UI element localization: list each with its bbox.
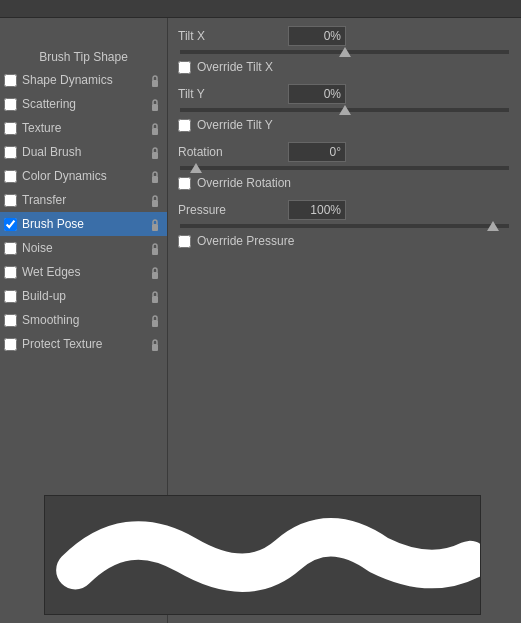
slider-thumb-rotation[interactable] bbox=[190, 163, 202, 173]
slider-track-pressure[interactable] bbox=[180, 224, 509, 228]
sidebar-item-brush-pose[interactable]: Brush Pose bbox=[0, 212, 167, 236]
param-value-pressure[interactable] bbox=[288, 200, 346, 220]
lock-icon-protect-texture[interactable] bbox=[149, 337, 161, 351]
sidebar-label-dual-brush: Dual Brush bbox=[22, 145, 149, 159]
slider-row-rotation bbox=[178, 166, 511, 170]
override-checkbox-tilt-x[interactable] bbox=[178, 61, 191, 74]
slider-track-tilt-x[interactable] bbox=[180, 50, 509, 54]
lock-icon-smoothing[interactable] bbox=[149, 313, 161, 327]
checkbox-wet-edges[interactable] bbox=[4, 266, 17, 279]
override-label-rotation: Override Rotation bbox=[197, 176, 291, 190]
sidebar-label-protect-texture: Protect Texture bbox=[22, 337, 149, 351]
svg-rect-7 bbox=[152, 248, 158, 255]
param-label-tilt-y: Tilt Y bbox=[178, 87, 288, 101]
override-row-tilt-x: Override Tilt X bbox=[178, 60, 511, 74]
sidebar-item-transfer[interactable]: Transfer bbox=[0, 188, 167, 212]
lock-icon-color-dynamics[interactable] bbox=[149, 169, 161, 183]
param-row-tilt-y: Tilt Y bbox=[178, 84, 511, 104]
sidebar-label-texture: Texture bbox=[22, 121, 149, 135]
sidebar-list: Shape Dynamics Scattering Texture Dual B… bbox=[0, 68, 167, 356]
sidebar-item-scattering[interactable]: Scattering bbox=[0, 92, 167, 116]
checkbox-brush-pose[interactable] bbox=[4, 218, 17, 231]
lock-icon-dual-brush[interactable] bbox=[149, 145, 161, 159]
sidebar-label-noise: Noise bbox=[22, 241, 149, 255]
lock-icon-noise[interactable] bbox=[149, 241, 161, 255]
sidebar-item-noise[interactable]: Noise bbox=[0, 236, 167, 260]
svg-rect-11 bbox=[152, 344, 158, 351]
slider-row-pressure bbox=[178, 224, 511, 228]
svg-rect-0 bbox=[152, 80, 158, 87]
param-row-pressure: Pressure bbox=[178, 200, 511, 220]
param-value-tilt-y[interactable] bbox=[288, 84, 346, 104]
checkbox-scattering[interactable] bbox=[4, 98, 17, 111]
top-bar bbox=[0, 0, 521, 18]
lock-icon-build-up[interactable] bbox=[149, 289, 161, 303]
checkbox-noise[interactable] bbox=[4, 242, 17, 255]
checkbox-texture[interactable] bbox=[4, 122, 17, 135]
override-checkbox-rotation[interactable] bbox=[178, 177, 191, 190]
sidebar-item-wet-edges[interactable]: Wet Edges bbox=[0, 260, 167, 284]
sidebar-item-texture[interactable]: Texture bbox=[0, 116, 167, 140]
brush-preview bbox=[44, 495, 481, 615]
slider-thumb-pressure[interactable] bbox=[487, 221, 499, 231]
slider-track-tilt-y[interactable] bbox=[180, 108, 509, 112]
sidebar-label-smoothing: Smoothing bbox=[22, 313, 149, 327]
sidebar-label-shape-dynamics: Shape Dynamics bbox=[22, 73, 149, 87]
lock-icon-brush-pose[interactable] bbox=[149, 217, 161, 231]
override-label-pressure: Override Pressure bbox=[197, 234, 294, 248]
override-label-tilt-x: Override Tilt X bbox=[197, 60, 273, 74]
svg-rect-3 bbox=[152, 152, 158, 159]
svg-rect-6 bbox=[152, 224, 158, 231]
override-row-tilt-y: Override Tilt Y bbox=[178, 118, 511, 132]
checkbox-protect-texture[interactable] bbox=[4, 338, 17, 351]
param-label-rotation: Rotation bbox=[178, 145, 288, 159]
slider-row-tilt-x bbox=[178, 50, 511, 54]
sidebar-item-build-up[interactable]: Build-up bbox=[0, 284, 167, 308]
svg-rect-5 bbox=[152, 200, 158, 207]
lock-icon-transfer[interactable] bbox=[149, 193, 161, 207]
checkbox-color-dynamics[interactable] bbox=[4, 170, 17, 183]
param-value-tilt-x[interactable] bbox=[288, 26, 346, 46]
lock-icon-texture[interactable] bbox=[149, 121, 161, 135]
param-value-rotation[interactable] bbox=[288, 142, 346, 162]
override-row-pressure: Override Pressure bbox=[178, 234, 511, 248]
sidebar-label-brush-pose: Brush Pose bbox=[22, 217, 149, 231]
sidebar-item-smoothing[interactable]: Smoothing bbox=[0, 308, 167, 332]
slider-thumb-tilt-y[interactable] bbox=[339, 105, 351, 115]
override-label-tilt-y: Override Tilt Y bbox=[197, 118, 273, 132]
slider-track-rotation[interactable] bbox=[180, 166, 509, 170]
sidebar-label-wet-edges: Wet Edges bbox=[22, 265, 149, 279]
param-row-tilt-x: Tilt X bbox=[178, 26, 511, 46]
lock-icon-scattering[interactable] bbox=[149, 97, 161, 111]
svg-rect-8 bbox=[152, 272, 158, 279]
svg-rect-4 bbox=[152, 176, 158, 183]
checkbox-build-up[interactable] bbox=[4, 290, 17, 303]
sidebar-label-scattering: Scattering bbox=[22, 97, 149, 111]
override-checkbox-pressure[interactable] bbox=[178, 235, 191, 248]
slider-thumb-tilt-x[interactable] bbox=[339, 47, 351, 57]
checkbox-smoothing[interactable] bbox=[4, 314, 17, 327]
lock-icon-wet-edges[interactable] bbox=[149, 265, 161, 279]
override-row-rotation: Override Rotation bbox=[178, 176, 511, 190]
sidebar-item-shape-dynamics[interactable]: Shape Dynamics bbox=[0, 68, 167, 92]
checkbox-shape-dynamics[interactable] bbox=[4, 74, 17, 87]
slider-row-tilt-y bbox=[178, 108, 511, 112]
svg-rect-10 bbox=[152, 320, 158, 327]
sidebar-label-transfer: Transfer bbox=[22, 193, 149, 207]
sidebar-item-protect-texture[interactable]: Protect Texture bbox=[0, 332, 167, 356]
svg-rect-9 bbox=[152, 296, 158, 303]
brush-tip-shape-label[interactable]: Brush Tip Shape bbox=[0, 44, 167, 68]
override-checkbox-tilt-y[interactable] bbox=[178, 119, 191, 132]
checkbox-dual-brush[interactable] bbox=[4, 146, 17, 159]
checkbox-transfer[interactable] bbox=[4, 194, 17, 207]
sidebar-item-dual-brush[interactable]: Dual Brush bbox=[0, 140, 167, 164]
right-panel: Tilt XOverride Tilt XTilt YOverride Tilt… bbox=[168, 18, 521, 398]
param-label-tilt-x: Tilt X bbox=[178, 29, 288, 43]
sidebar-item-color-dynamics[interactable]: Color Dynamics bbox=[0, 164, 167, 188]
sidebar-label-build-up: Build-up bbox=[22, 289, 149, 303]
svg-rect-1 bbox=[152, 104, 158, 111]
lock-icon-shape-dynamics[interactable] bbox=[149, 73, 161, 87]
svg-rect-2 bbox=[152, 128, 158, 135]
param-label-pressure: Pressure bbox=[178, 203, 288, 217]
sidebar-label-color-dynamics: Color Dynamics bbox=[22, 169, 149, 183]
